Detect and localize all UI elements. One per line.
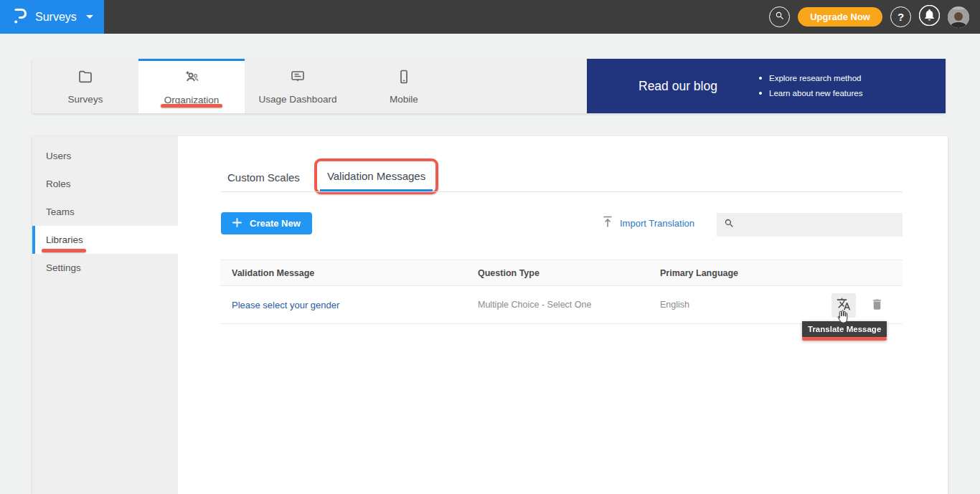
organization-sidebar: Users Roles Teams Libraries Settings	[32, 136, 178, 494]
tooltip-wrap: Translate Message	[802, 321, 887, 341]
upgrade-label: Upgrade Now	[810, 11, 870, 22]
blog-banner[interactable]: Read our blog Explore research method Le…	[587, 59, 946, 113]
delete-button[interactable]	[867, 295, 887, 315]
annotation-underline-organization	[161, 104, 222, 108]
sidebar-item-label: Users	[46, 151, 71, 161]
tabbar-divider	[220, 191, 903, 192]
sidebar-item-libraries[interactable]: Libraries	[32, 226, 178, 254]
banner-bullet: Explore research method	[759, 74, 862, 82]
upload-icon	[603, 216, 613, 231]
column-header-question-type: Question Type	[478, 268, 540, 278]
question-type-cell: Multiple Choice - Select One	[478, 300, 591, 310]
tab-validation-messages[interactable]: Validation Messages	[320, 163, 433, 191]
nav-tab-surveys[interactable]: Surveys	[32, 59, 138, 113]
translate-message-button[interactable]	[831, 293, 856, 318]
help-button[interactable]: ?	[890, 6, 911, 27]
sidebar-item-roles[interactable]: Roles	[32, 170, 178, 198]
module-tabs: Surveys Organization Usage Dashboard Mob…	[32, 59, 457, 113]
search-icon	[775, 11, 785, 24]
mobile-phone-icon	[395, 68, 413, 88]
banner-title[interactable]: Read our blog	[639, 79, 717, 94]
bullet-dot-icon	[759, 92, 762, 95]
sidebar-item-label: Libraries	[46, 234, 83, 245]
top-header: Surveys Upgrade Now ?	[0, 0, 980, 34]
person-photo	[948, 9, 969, 28]
table-header-row: Validation Message Question Type Primary…	[220, 260, 903, 286]
sidebar-item-users[interactable]: Users	[32, 142, 178, 170]
nav-tab-label: Mobile	[390, 94, 418, 105]
table-row: Please select your gender Multiple Choic…	[220, 286, 903, 324]
nav-tab-label: Surveys	[68, 94, 103, 105]
folder-icon	[77, 68, 94, 88]
library-tabbar: Custom Scales Validation Messages	[220, 163, 433, 191]
nav-tab-usage-dashboard[interactable]: Usage Dashboard	[245, 59, 351, 113]
add-people-icon	[182, 69, 201, 89]
active-indicator	[32, 226, 35, 254]
create-new-label: Create New	[250, 218, 301, 229]
translate-icon	[837, 297, 851, 314]
upgrade-now-button[interactable]: Upgrade Now	[798, 7, 882, 27]
column-header-validation-message: Validation Message	[232, 268, 314, 278]
sidebar-item-teams[interactable]: Teams	[32, 198, 178, 226]
sidebar-item-label: Teams	[46, 206, 75, 217]
sidebar-item-label: Roles	[46, 179, 71, 189]
validation-message-link[interactable]: Please select your gender	[232, 300, 339, 310]
banner-bullet-list: Explore research method Learn about new …	[759, 74, 862, 98]
annotation-underline-libraries	[42, 249, 86, 252]
question-mark-icon: ?	[897, 11, 904, 23]
import-translation-link[interactable]: Import Translation	[603, 216, 694, 231]
nav-tab-mobile[interactable]: Mobile	[351, 59, 457, 113]
module-nav-strip: Surveys Organization Usage Dashboard Mob…	[32, 59, 946, 113]
header-search-button[interactable]	[769, 6, 790, 27]
tab-label: Validation Messages	[327, 170, 425, 182]
validation-messages-table: Validation Message Question Type Primary…	[220, 260, 903, 324]
create-new-button[interactable]: Create New	[221, 212, 312, 234]
product-name: Surveys	[35, 11, 77, 24]
brand-menu[interactable]: Surveys	[0, 0, 104, 34]
search-input[interactable]	[741, 219, 895, 230]
bullet-text: Learn about new features	[769, 89, 862, 98]
primary-language-cell: English	[660, 300, 689, 310]
dashboard-icon	[289, 68, 306, 88]
bullet-dot-icon	[759, 77, 762, 80]
chevron-down-icon	[86, 15, 93, 19]
header-actions: Upgrade Now ?	[769, 6, 980, 28]
nav-tab-organization[interactable]: Organization	[138, 59, 245, 113]
plus-icon	[232, 218, 242, 229]
notifications-button[interactable]	[919, 6, 940, 27]
column-header-primary-language: Primary Language	[660, 268, 738, 278]
tab-label: Custom Scales	[227, 171, 300, 184]
translate-tooltip: Translate Message	[802, 321, 887, 337]
annotation-underline-tooltip	[802, 337, 887, 341]
table-search[interactable]	[717, 213, 903, 237]
sidebar-item-label: Settings	[46, 262, 81, 273]
questionpro-logo-icon	[12, 6, 28, 28]
nav-tab-label: Usage Dashboard	[259, 94, 337, 105]
import-translation-label: Import Translation	[620, 218, 694, 229]
banner-bullet: Learn about new features	[759, 89, 862, 98]
user-avatar[interactable]	[948, 6, 969, 28]
search-icon	[724, 218, 735, 232]
bullet-text: Explore research method	[769, 74, 861, 82]
tab-custom-scales[interactable]: Custom Scales	[220, 163, 307, 191]
main-panel: Users Roles Teams Libraries Settings Cus…	[32, 136, 948, 494]
trash-icon	[870, 298, 884, 314]
bell-icon	[919, 5, 940, 29]
sidebar-item-settings[interactable]: Settings	[32, 254, 178, 282]
